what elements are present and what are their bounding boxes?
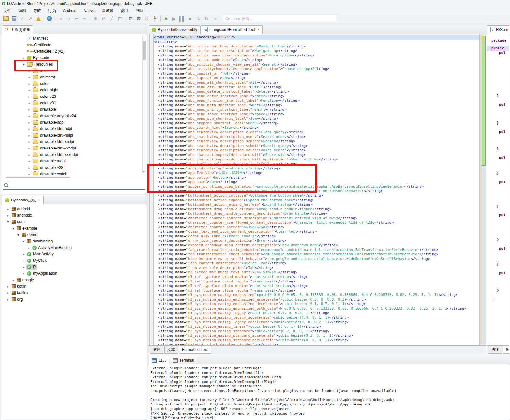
- tree-collapsed-icon[interactable]: ▸: [27, 166, 32, 169]
- tree-collapsed-icon[interactable]: ▸: [5, 285, 11, 288]
- java-code-area[interactable]: packagepublicpul}pul}pul}pul}pul}pul}pul…: [487, 34, 509, 346]
- code-line[interactable]: <string name="abc_searchview_description…: [154, 148, 479, 153]
- menu-native[interactable]: Native: [80, 7, 98, 14]
- run-to-icon[interactable]: ⇥: [210, 15, 218, 22]
- code-line[interactable]: <string name="abc_capital_on">ON</string…: [154, 76, 479, 80]
- code-line[interactable]: <string name="abc_action_mode_done">Done…: [154, 58, 479, 62]
- code-line[interactable]: <string name="m3_sys_motion_easing_legac…: [154, 320, 479, 324]
- tree-collapsed-icon[interactable]: ▸: [27, 147, 32, 150]
- code-line[interactable]: <string name="character_counter_content_…: [154, 216, 479, 220]
- tree-collapsed-icon[interactable]: ▸: [27, 159, 32, 163]
- code-line[interactable]: <string name="m3_sys_motion_easing_empha…: [154, 297, 479, 302]
- code-line[interactable]: <string name="bottomsheet_drag_handle_co…: [154, 211, 479, 216]
- code-line[interactable]: <string name="bottomsheet_action_expand_…: [154, 202, 479, 207]
- tree-collapsed-icon[interactable]: ▸: [21, 56, 26, 60]
- tree-collapsed-icon[interactable]: ▸: [5, 207, 11, 211]
- code-line[interactable]: <string name="bottom_sheet_behavior">com…: [154, 189, 479, 193]
- code-line[interactable]: <string name="m3_ref_typeface_brand_regu…: [154, 279, 479, 284]
- tab-日志[interactable]: 日志: [149, 356, 169, 364]
- tree-item-example[interactable]: ▾example: [2, 225, 146, 231]
- tree-item-drawable-hdpi[interactable]: ▸drawable-hdpi: [2, 119, 146, 126]
- open-file-icon[interactable]: [2, 15, 10, 22]
- tab-sour[interactable]: Sour: [503, 346, 509, 354]
- code-line[interactable]: <string name="m3_sys_motion_easing_empha…: [154, 306, 479, 311]
- menu-窗口[interactable]: 窗口: [117, 7, 132, 14]
- code-line[interactable]: <string name="character_counter_overflow…: [154, 220, 479, 225]
- tree-item-certificate[interactable]: Certificate: [2, 42, 146, 48]
- tree-collapsed-icon[interactable]: ▸: [27, 140, 32, 144]
- code-line[interactable]: <string name="abc_prepend_shortcut_label…: [154, 121, 479, 126]
- tree-item-android[interactable]: ▸android: [2, 206, 146, 212]
- code-line[interactable]: <string name="m3_sys_motion_easing_stand…: [154, 338, 479, 343]
- code-line[interactable]: <string name="fab_transformation_scrim_b…: [154, 248, 479, 252]
- tree-collapsed-icon[interactable]: ▸: [27, 76, 32, 79]
- code-line[interactable]: <string name="abc_action_bar_up_descript…: [154, 49, 479, 53]
- tab-描述[interactable]: 描述: [488, 346, 502, 354]
- code-line[interactable]: <string name="abc_menu_enter_shortcut_la…: [154, 94, 479, 98]
- tree-item-drawable-anydpi-v24[interactable]: ▸drawable-anydpi-v24: [2, 113, 146, 119]
- wrench-icon[interactable]: ∕: [18, 15, 26, 22]
- code-line[interactable]: <string name="m3_exceed_max_badge_text_s…: [154, 270, 479, 275]
- code-line[interactable]: <string name="m3_sys_motion_easing_stand…: [154, 329, 479, 333]
- code-line[interactable]: <string name="m3_sys_motion_easing_stand…: [154, 333, 479, 338]
- tree-item-drawable-v23[interactable]: ▸drawable-v23: [2, 164, 146, 171]
- code-line[interactable]: <?xml version="1.0" encoding="UTF-8"?>: [154, 35, 479, 40]
- tab-strings-xml-formatted-text[interactable]: strings.xml/Formatted Text×: [200, 25, 263, 34]
- code-line[interactable]: <string name="bottomsheet_drag_handle_cl…: [154, 207, 479, 211]
- tree-collapsed-icon[interactable]: ▸: [21, 265, 26, 269]
- refactor-icon[interactable]: ⊕: [91, 15, 100, 22]
- close-icon[interactable]: ×: [38, 198, 40, 202]
- tab-bytecode-hierarchy[interactable]: Bytecode/层级 ×: [2, 196, 44, 204]
- warning-icon[interactable]: [34, 15, 42, 22]
- code-line[interactable]: <string name="m3_sys_motion_easing_empha…: [154, 293, 479, 297]
- tree-collapsed-icon[interactable]: ▸: [27, 127, 32, 131]
- debug-icon[interactable]: ✱: [162, 15, 170, 22]
- run-icon[interactable]: ▶: [170, 15, 178, 22]
- tree-item-kotlinx[interactable]: ▸kotlinx: [2, 290, 146, 296]
- code-line[interactable]: <string name="m3_ref_typeface_plain_medi…: [154, 284, 479, 288]
- code-line[interactable]: <string name="appbar_scrolling_view_beha…: [154, 184, 479, 189]
- tree-item-animator[interactable]: ▸animator: [2, 74, 146, 80]
- tree-expanded-icon[interactable]: ▾: [21, 240, 26, 243]
- comment-icon[interactable]: /*: [100, 15, 108, 22]
- code-line[interactable]: <string name="abc_searchview_description…: [154, 130, 479, 135]
- tab-文本[interactable]: 文本: [164, 346, 178, 354]
- tab-terminal[interactable]: Terminal: [170, 356, 197, 364]
- tree-collapsed-icon[interactable]: ▸: [26, 246, 31, 250]
- code-line[interactable]: <string name="abc_menu_sym_shortcut_labe…: [154, 117, 479, 121]
- back-icon[interactable]: ⇦: [72, 15, 80, 22]
- forward-icon[interactable]: ⇨: [80, 15, 89, 22]
- jump-to-icon[interactable]: ⇥: [56, 15, 64, 22]
- code-line[interactable]: <string name="fab_transformation_sheet_b…: [154, 252, 479, 257]
- omnibox-input[interactable]: [223, 15, 337, 22]
- code-line[interactable]: <resources>: [154, 40, 479, 44]
- code-line[interactable]: <string name="app_name">demo</string>: [154, 180, 479, 184]
- tree-item-drawable[interactable]: ▸drawable: [2, 106, 146, 113]
- tab-formatted-text[interactable]: Formatted Text: [179, 346, 211, 354]
- project-tree-hscrollbar[interactable]: [6, 177, 70, 178]
- rerun-icon[interactable]: ↻: [202, 15, 210, 22]
- code-line[interactable]: <string name="app_TextView">大楚兴，陈胜王</str…: [154, 171, 479, 175]
- code-line[interactable]: <string name="androidx_startup">androidx…: [154, 166, 479, 171]
- tree-item-resources[interactable]: ▾Resources: [2, 61, 146, 67]
- menu-android[interactable]: Android: [59, 7, 80, 14]
- dots-view-icon[interactable]: ∷: [143, 15, 151, 22]
- code-line[interactable]: <string name="abc_menu_alt_shortcut_labe…: [154, 80, 479, 85]
- tree-expanded-icon[interactable]: ▾: [21, 63, 26, 66]
- table-view-icon[interactable]: ⊞: [127, 15, 135, 22]
- tree-collapsed-icon[interactable]: ▸: [5, 291, 11, 295]
- code-line[interactable]: <string name="app_button">button</string…: [154, 175, 479, 180]
- code-line[interactable]: <string name="error_a11y_label">Error: i…: [154, 234, 479, 239]
- tree-item-com[interactable]: ▾com: [2, 219, 146, 225]
- tree-collapsed-icon[interactable]: ▸: [27, 69, 32, 73]
- project-tree-scrollbar[interactable]: [142, 35, 146, 173]
- tree-item-anim[interactable]: ▸anim: [2, 67, 146, 74]
- code-line[interactable]: <string name="abc_capital_off">OFF</stri…: [154, 71, 479, 76]
- tree-item-myclick[interactable]: ▸MyClick: [2, 257, 146, 264]
- tree-item-mainactivity[interactable]: ▸MainActivity: [2, 251, 146, 257]
- menu-编辑[interactable]: 编辑: [15, 7, 30, 14]
- tree-collapsed-icon[interactable]: ▸: [27, 88, 32, 92]
- smali-view-icon[interactable]: ⊠: [135, 15, 143, 22]
- tree-item-manifest[interactable]: Manifest: [2, 35, 146, 42]
- code-line[interactable]: <string name="abc_menu_space_shortcut_la…: [154, 112, 479, 117]
